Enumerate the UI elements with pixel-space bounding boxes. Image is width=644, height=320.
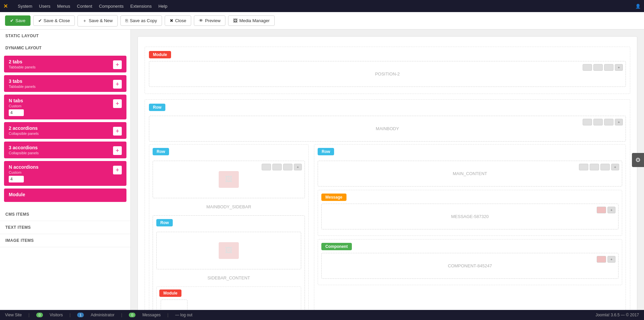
nav-menus[interactable]: Menus [57, 4, 70, 9]
ctrl-add-mb[interactable]: + [615, 119, 623, 125]
ctrl-add-mc[interactable]: + [611, 164, 619, 170]
component-section: Component + COMPONENT-845247 [318, 239, 622, 285]
add-3tabs-button[interactable]: + [113, 80, 122, 89]
message-tag: Message [321, 194, 346, 201]
ctrl-add-msg[interactable]: + [607, 207, 615, 213]
image-items-header[interactable]: IMAGE ITEMS [0, 234, 130, 247]
nav-content[interactable]: Content [77, 4, 92, 9]
nav-help[interactable]: Help [158, 4, 167, 9]
nav-users[interactable]: Users [39, 4, 50, 9]
col-main-content: Row + MAIN_CONTENT Me [314, 144, 626, 310]
save-close-button[interactable]: ✔ Save & Close [33, 15, 75, 26]
nav-extensions[interactable]: Extensions [130, 4, 152, 9]
naccordions-input[interactable] [9, 176, 24, 182]
main-content-box: + MAIN_CONTENT [318, 161, 622, 186]
save-new-button[interactable]: ＋ Save & New [77, 15, 118, 26]
position2-label: POSITION-2 [156, 68, 619, 80]
visitors-label: Visitors [50, 313, 63, 317]
ctrl-btn-mc3[interactable] [600, 164, 610, 170]
media-manager-button[interactable]: 🖼 Media Manager [228, 15, 274, 26]
sidebar-content-label: SIDEBAR_CONTENT [156, 272, 301, 284]
layout-card-3accordions[interactable]: 3 accordions Collapsible panels + [4, 142, 126, 158]
ctrl-add[interactable]: + [615, 64, 623, 71]
layout-card-2accordions[interactable]: 2 accordions Collapsible panels + [4, 122, 126, 139]
mainbody-box: + MAINBODY [149, 116, 626, 142]
static-layout-header: STATIC LAYOUT [0, 30, 130, 42]
main-content-controls: + [579, 164, 619, 170]
ctrl-btn-1[interactable] [583, 64, 592, 71]
layout-card-2tabs[interactable]: 2 tabs Tabbable panels + [4, 56, 126, 72]
module-tag-sidebar: Module [159, 289, 181, 297]
row-label-mainbody: Row [149, 104, 165, 111]
position2-box: + POSITION-2 [149, 61, 626, 87]
ctrl-btn-s3[interactable] [283, 164, 292, 170]
add-ntabs-button[interactable]: + [113, 99, 122, 108]
save-icon: ✔ [10, 18, 14, 23]
ntabs-input[interactable] [9, 109, 24, 116]
component-label: COMPONENT-845247 [328, 260, 611, 272]
row-label-sidebar-content: Row [156, 219, 173, 226]
preview-button[interactable]: 👁 Preview [194, 15, 225, 26]
cms-items-header[interactable]: CMS ITEMS [0, 208, 130, 221]
ctrl-btn-3[interactable] [604, 64, 613, 71]
ctrl-btn-mb3[interactable] [604, 119, 613, 125]
main-content: STATIC LAYOUT DYNAMIC LAYOUT 2 tabs Tabb… [0, 30, 644, 310]
layout-card-ntabs[interactable]: N tabs Custom + [4, 95, 126, 119]
ctrl-btn-comp1[interactable] [597, 256, 606, 263]
settings-panel[interactable]: ⚙ [632, 153, 644, 167]
ctrl-btn-mb1[interactable] [583, 119, 592, 125]
placeholder-img-sidebar: 🖼 [219, 171, 239, 188]
ctrl-btn-s1[interactable] [262, 164, 271, 170]
status-bar: View Site | 0 Visitors | 1 Administrator… [0, 310, 644, 320]
sidebar-content-row: Row 🖼 SIDEBAR_CONTENT Module [153, 215, 305, 310]
component-tag: Component [321, 243, 352, 250]
admin-badge: 1 [77, 313, 84, 317]
visitors-badge: 0 [36, 313, 43, 317]
message-box: + MESSAGE-587320 [321, 204, 619, 229]
layout-cards-container: 2 tabs Tabbable panels + 3 tabs Tabbable… [0, 52, 130, 208]
add-2tabs-button[interactable]: + [113, 60, 122, 69]
ctrl-btn-2[interactable] [593, 64, 603, 71]
add-3accordions-button[interactable]: + [113, 146, 122, 155]
ctrl-btn-s2[interactable] [272, 164, 282, 170]
logout-link[interactable]: — log out [175, 313, 192, 317]
save-copy-button[interactable]: ⎘ Save as Copy [120, 15, 162, 26]
save-button[interactable]: ✔ Save [5, 15, 31, 26]
layout-card-module[interactable]: Module [4, 189, 126, 202]
ctrl-add-comp[interactable]: + [607, 256, 615, 263]
position2-section: Module + POSITION-2 [145, 47, 630, 94]
nav-components[interactable]: Components [99, 4, 124, 9]
component-controls: + [597, 256, 615, 263]
sidebar: STATIC LAYOUT DYNAMIC LAYOUT 2 tabs Tabb… [0, 30, 131, 310]
messages-badge: 0 [129, 313, 136, 317]
media-icon: 🖼 [233, 18, 237, 23]
top-navigation: ✕ System Users Menus Content Components … [0, 0, 644, 12]
nav-system[interactable]: System [18, 4, 32, 9]
admin-label: Administrator [91, 313, 114, 317]
view-site-link[interactable]: View Site [5, 313, 22, 317]
eye-icon: 👁 [199, 18, 203, 23]
two-col-layout: Row + 🖼 MAINBODY_SIDEBAR [149, 144, 626, 310]
position2-controls: + [583, 64, 623, 71]
add-2accordions-button[interactable]: + [113, 127, 122, 136]
ctrl-btn-mb2[interactable] [593, 119, 603, 125]
ctrl-btn-mc1[interactable] [579, 164, 588, 170]
dynamic-layout-header: DYNAMIC LAYOUT [0, 42, 130, 52]
sidebar-module-box [161, 300, 187, 310]
main-content-label: MAIN_CONTENT [325, 168, 615, 179]
module-tag-position2: Module [149, 51, 171, 58]
text-items-header[interactable]: TEXT ITEMS [0, 221, 130, 234]
component-box: + COMPONENT-845247 [321, 253, 619, 279]
ctrl-btn-mc2[interactable] [590, 164, 599, 170]
close-button[interactable]: ✖ Close [165, 15, 191, 26]
x-icon: ✖ [170, 18, 173, 23]
canvas: Module + POSITION-2 Row [131, 30, 644, 310]
add-naccordions-button[interactable]: + [113, 166, 122, 174]
ctrl-btn-msg1[interactable] [597, 207, 606, 213]
layout-card-3tabs[interactable]: 3 tabs Tabbable panels + [4, 75, 126, 92]
user-icon: 👤 [635, 4, 641, 9]
ctrl-add-s[interactable]: + [294, 164, 302, 170]
joomla-logo: ✕ [3, 3, 8, 9]
layout-card-naccordions[interactable]: N accordions Custom + [4, 161, 126, 186]
plus-icon: ＋ [83, 18, 87, 24]
